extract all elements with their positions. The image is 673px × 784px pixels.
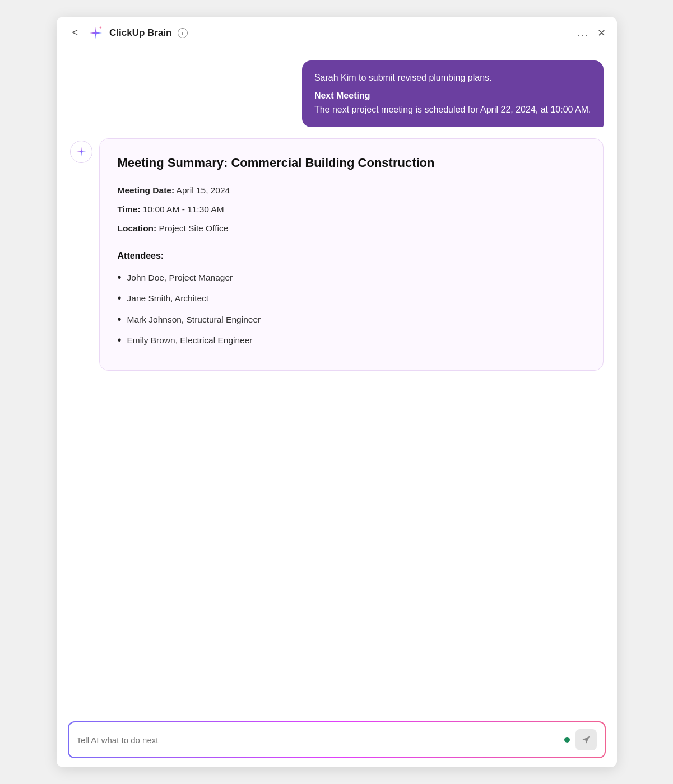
ai-avatar-icon	[75, 146, 87, 158]
time-row: Time: 10:00 AM - 11:30 AM	[118, 202, 585, 217]
send-button[interactable]	[575, 729, 597, 750]
status-dot	[564, 737, 570, 743]
list-item: John Doe, Project Manager	[118, 270, 585, 285]
meeting-date-label: Meeting Date:	[118, 185, 175, 195]
attendee-2: Jane Smith, Architect	[127, 291, 209, 306]
attendee-4: Emily Brown, Electrical Engineer	[127, 333, 253, 348]
location-value: Project Site Office	[156, 223, 228, 233]
chat-scroll[interactable]: Sarah Kim to submit revised plumbing pla…	[57, 49, 617, 712]
send-icon	[582, 735, 591, 744]
attendees-list: John Doe, Project Manager Jane Smith, Ar…	[118, 270, 585, 348]
user-message-bubble: Sarah Kim to submit revised plumbing pla…	[302, 60, 604, 127]
ai-response-card: Meeting Summary: Commercial Building Con…	[99, 138, 604, 371]
message-line-3: The next project meeting is scheduled fo…	[314, 105, 591, 114]
list-item: Emily Brown, Electrical Engineer	[118, 333, 585, 348]
message-line-1: Sarah Kim to submit revised plumbing pla…	[314, 73, 492, 82]
info-icon[interactable]: i	[178, 28, 188, 38]
back-button[interactable]: <	[68, 25, 83, 41]
ai-response-row: Meeting Summary: Commercial Building Con…	[70, 138, 604, 371]
clickup-brain-logo	[88, 25, 104, 41]
title-bar-right: ... ✕	[577, 27, 605, 39]
time-label: Time:	[118, 204, 141, 214]
time-value: 10:00 AM - 11:30 AM	[141, 204, 224, 214]
input-area	[57, 712, 617, 767]
meeting-date-row: Meeting Date: April 15, 2024	[118, 183, 585, 198]
meeting-date-value: April 15, 2024	[174, 185, 230, 195]
close-button[interactable]: ✕	[597, 27, 606, 39]
location-label: Location:	[118, 223, 157, 233]
ai-avatar	[70, 141, 92, 163]
attendee-3: Mark Johnson, Structural Engineer	[127, 312, 261, 327]
list-item: Jane Smith, Architect	[118, 291, 585, 306]
title-bar: < ClickUp Brain i ..	[57, 17, 617, 49]
app-title: ClickUp Brain	[109, 27, 171, 39]
app-window: < ClickUp Brain i ..	[57, 17, 617, 767]
list-item: Mark Johnson, Structural Engineer	[118, 312, 585, 327]
chat-area: Sarah Kim to submit revised plumbing pla…	[57, 49, 617, 712]
card-title: Meeting Summary: Commercial Building Con…	[118, 155, 585, 171]
title-bar-left: < ClickUp Brain i	[68, 25, 188, 41]
ai-input[interactable]	[77, 735, 559, 745]
next-meeting-heading: Next Meeting	[314, 88, 591, 103]
attendees-heading: Attendees:	[118, 249, 585, 263]
input-wrapper	[68, 721, 606, 758]
attendee-1: John Doe, Project Manager	[127, 270, 233, 285]
location-row: Location: Project Site Office	[118, 221, 585, 236]
more-options-button[interactable]: ...	[577, 27, 589, 39]
